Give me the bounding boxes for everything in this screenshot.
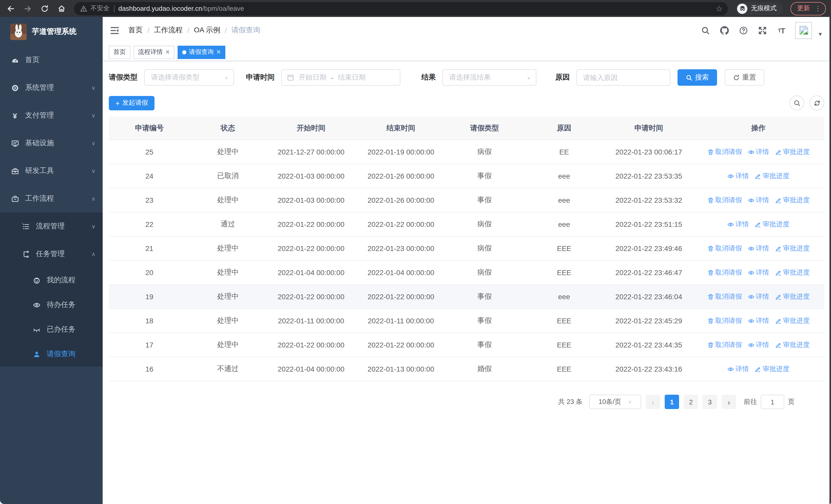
cell-end: 2022-01-19 00:00:00 bbox=[356, 148, 446, 156]
robot-icon bbox=[32, 276, 40, 284]
page-button-2[interactable]: 2 bbox=[684, 395, 698, 409]
pen-icon bbox=[775, 293, 781, 300]
tab-process-detail[interactable]: 流程详情 ✕ bbox=[134, 46, 174, 59]
detail-action-link[interactable]: 详情 bbox=[748, 244, 769, 253]
sidebar-item-process-mgmt[interactable]: 流程管理∨ bbox=[0, 212, 103, 240]
site-security-warning[interactable]: 不安全 bbox=[80, 4, 110, 13]
sidebar-item-payment[interactable]: ¥支付管理∨ bbox=[0, 101, 103, 129]
next-page-button[interactable]: › bbox=[722, 395, 736, 409]
detail-action-link[interactable]: 详情 bbox=[748, 268, 769, 277]
cancel-action-link[interactable]: 取消请假 bbox=[707, 292, 742, 301]
broken-image-icon bbox=[798, 25, 809, 35]
cancel-action-link[interactable]: 取消请假 bbox=[707, 147, 742, 156]
prev-page-button[interactable]: ‹ bbox=[646, 395, 660, 409]
search-button[interactable]: 搜索 bbox=[678, 69, 717, 86]
search-icon[interactable] bbox=[700, 25, 710, 35]
browser-toolbar: 不安全 dashboard.yudao.iocoder.cn/bpm/oa/le… bbox=[0, 0, 831, 17]
sidebar-item-todo-task[interactable]: 待办任务 bbox=[0, 293, 103, 317]
cell-reason: eee bbox=[523, 196, 605, 204]
progress-action-link[interactable]: 审批进度 bbox=[775, 268, 810, 277]
breadcrumb-home[interactable]: 首页 bbox=[128, 26, 143, 35]
sidebar-item-done-task[interactable]: 已办任务 bbox=[0, 317, 103, 342]
detail-action-link[interactable]: 详情 bbox=[727, 220, 749, 229]
detail-action-link[interactable]: 详情 bbox=[727, 364, 749, 374]
cell-id: 25 bbox=[109, 148, 190, 156]
cancel-action-link[interactable]: 取消请假 bbox=[707, 316, 742, 325]
show-search-button[interactable] bbox=[790, 95, 804, 110]
sidebar-collapse-icon[interactable] bbox=[110, 25, 121, 36]
sidebar-item-devtools[interactable]: 研发工具∨ bbox=[0, 157, 103, 185]
browser-home-icon[interactable] bbox=[57, 4, 66, 13]
close-icon[interactable]: ✕ bbox=[216, 49, 221, 55]
progress-action-link[interactable]: 审批进度 bbox=[754, 220, 790, 229]
screen: 不安全 dashboard.yudao.iocoder.cn/bpm/oa/le… bbox=[0, 0, 831, 504]
sidebar-item-leave-query[interactable]: 请假查询 bbox=[0, 342, 103, 366]
progress-action-link[interactable]: 审批进度 bbox=[775, 196, 810, 205]
cell-reason: eee bbox=[523, 220, 605, 228]
tab-home[interactable]: 首页 bbox=[109, 46, 131, 59]
progress-action-link[interactable]: 审批进度 bbox=[775, 292, 810, 301]
sidebar-item-my-process[interactable]: 我的流程 bbox=[0, 268, 103, 293]
table-header-row: 申请编号 状态 开始时间 结束时间 请假类型 原因 申请时间 操作 bbox=[109, 117, 824, 140]
page-button-1[interactable]: 1 bbox=[665, 395, 679, 409]
font-size-icon[interactable]: TT bbox=[776, 25, 786, 35]
progress-action-link[interactable]: 审批进度 bbox=[775, 244, 810, 253]
breadcrumb-oa[interactable]: OA 示例 bbox=[194, 26, 221, 35]
browser-forward-icon[interactable] bbox=[23, 4, 32, 13]
reason-input[interactable] bbox=[577, 70, 670, 85]
sidebar-item-task-mgmt[interactable]: 任务管理∧ bbox=[0, 240, 103, 268]
apply-time-range-picker[interactable]: 开始日期 - 结束日期 bbox=[281, 69, 400, 86]
result-select[interactable]: 请选择流结果 ∨ bbox=[442, 69, 536, 86]
browser-address-bar[interactable]: 不安全 dashboard.yudao.iocoder.cn/bpm/oa/le… bbox=[74, 2, 728, 15]
sidebar-item-system[interactable]: 系统管理∨ bbox=[0, 74, 103, 101]
help-icon[interactable] bbox=[738, 25, 748, 35]
sidebar-item-workflow[interactable]: 工作流程∧ bbox=[0, 185, 103, 212]
browser-back-icon[interactable] bbox=[6, 4, 16, 13]
progress-action-link[interactable]: 审批进度 bbox=[754, 364, 790, 374]
bookmark-star-icon[interactable]: ☆ bbox=[716, 5, 723, 12]
cancel-action-link[interactable]: 取消请假 bbox=[707, 244, 742, 253]
detail-action-link[interactable]: 详情 bbox=[748, 340, 769, 350]
leave-type-select[interactable]: 请选择请假类型 ∨ bbox=[144, 69, 234, 86]
browser-reload-icon[interactable] bbox=[40, 4, 49, 13]
cancel-action-link[interactable]: 取消请假 bbox=[707, 196, 742, 205]
github-icon[interactable] bbox=[719, 25, 729, 35]
progress-action-link[interactable]: 审批进度 bbox=[775, 147, 810, 156]
table-row: 25处理中2021-12-27 00:00:002022-01-19 00:00… bbox=[109, 140, 824, 164]
cell-type: 婚假 bbox=[446, 364, 523, 374]
update-button[interactable]: 更新 bbox=[797, 4, 810, 13]
page-size-select[interactable]: 10条/页 ∨ bbox=[589, 395, 641, 409]
progress-action-link[interactable]: 审批进度 bbox=[775, 316, 810, 325]
cell-applied: 2022-01-22 23:45:29 bbox=[605, 317, 693, 325]
window-edge bbox=[829, 17, 831, 504]
toolbar-right bbox=[790, 95, 824, 110]
browser-menu-icon[interactable]: ⋮ bbox=[814, 5, 821, 12]
reset-button[interactable]: 重置 bbox=[725, 69, 764, 86]
cell-id: 16 bbox=[109, 365, 190, 373]
avatar-dropdown-icon[interactable]: ▼ bbox=[818, 31, 823, 37]
cancel-action-link[interactable]: 取消请假 bbox=[707, 340, 742, 350]
goto-page-input[interactable] bbox=[761, 395, 784, 409]
sidebar-item-label: 任务管理 bbox=[36, 249, 91, 259]
detail-action-link[interactable]: 详情 bbox=[748, 292, 769, 301]
sidebar-item-home[interactable]: 首页 bbox=[0, 46, 103, 74]
detail-action-link[interactable]: 详情 bbox=[727, 171, 749, 181]
sidebar-item-infra[interactable]: 基础设施∨ bbox=[0, 129, 103, 157]
close-icon[interactable]: ✕ bbox=[165, 49, 170, 55]
create-leave-button[interactable]: + 发起请假 bbox=[109, 96, 154, 110]
detail-action-link[interactable]: 详情 bbox=[748, 147, 769, 156]
page-button-3[interactable]: 3 bbox=[703, 395, 717, 409]
progress-action-link[interactable]: 审批进度 bbox=[775, 340, 810, 350]
sidebar-logo[interactable]: 芋道管理系统 bbox=[0, 17, 103, 46]
cell-applied: 2022-01-22 23:53:32 bbox=[605, 196, 693, 204]
avatar[interactable] bbox=[795, 22, 812, 39]
fullscreen-icon[interactable] bbox=[757, 25, 767, 35]
cell-end: 2022-01-26 00:00:00 bbox=[356, 196, 446, 204]
tab-leave-query[interactable]: 请假查询 ✕ bbox=[178, 46, 225, 59]
detail-action-link[interactable]: 详情 bbox=[748, 196, 769, 205]
progress-action-link[interactable]: 审批进度 bbox=[754, 171, 790, 181]
cancel-action-link[interactable]: 取消请假 bbox=[707, 268, 742, 277]
refresh-button[interactable] bbox=[809, 95, 824, 110]
detail-action-link[interactable]: 详情 bbox=[748, 316, 769, 325]
breadcrumb-workflow[interactable]: 工作流程 bbox=[154, 26, 183, 35]
